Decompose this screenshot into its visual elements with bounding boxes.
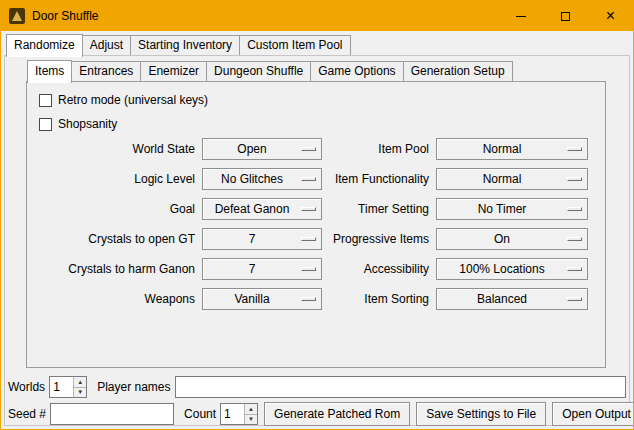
- checkbox-label: Shopsanity: [58, 117, 117, 131]
- dropdown-indicator-icon: [301, 147, 316, 151]
- dropdown-indicator-icon: [567, 267, 582, 271]
- dropdown-value: Open: [203, 142, 301, 156]
- setting-label: Crystals to harm Ganon: [37, 258, 195, 280]
- tab-generation-setup[interactable]: Generation Setup: [403, 61, 513, 81]
- items-tab-pane: Retro mode (universal keys) Shopsanity W…: [26, 81, 606, 368]
- spin-down-button[interactable]: ▼: [245, 414, 257, 425]
- window-content: Randomize Adjust Starting Inventory Cust…: [1, 31, 633, 429]
- count-value: 1: [221, 404, 244, 424]
- player-names-label: Player names: [97, 380, 170, 394]
- generate-rom-button[interactable]: Generate Patched Rom: [264, 402, 410, 426]
- maximize-icon: [561, 12, 570, 21]
- setting-label: Item Functionality: [329, 168, 429, 190]
- tab-game-options[interactable]: Game Options: [310, 61, 403, 81]
- dropdown-value: 7: [203, 262, 301, 276]
- dropdown-indicator-icon: [567, 177, 582, 181]
- dropdown-timer-setting[interactable]: No Timer: [436, 198, 588, 220]
- dropdown-goal[interactable]: Defeat Ganon: [202, 198, 322, 220]
- seed-label: Seed #: [8, 407, 46, 421]
- checkbox-shopsanity[interactable]: Shopsanity: [39, 114, 605, 134]
- dropdown-indicator-icon: [567, 237, 582, 241]
- spin-down-icon: ▼: [248, 416, 254, 422]
- inner-tab-bar: Items Entrances Enemizer Dungeon Shuffle…: [27, 60, 513, 81]
- setting-label: Weapons: [37, 288, 195, 310]
- dropdown-indicator-icon: [567, 147, 582, 151]
- setting-label: Logic Level: [37, 168, 195, 190]
- dropdown-progressive-items[interactable]: On: [436, 228, 588, 250]
- dropdown-indicator-icon: [301, 237, 316, 241]
- settings-grid: World State Open Item Pool Normal Logic …: [37, 138, 598, 310]
- dropdown-crystals-harm-ganon[interactable]: 7: [202, 258, 322, 280]
- titlebar: Door Shuffle ×: [1, 1, 633, 31]
- dropdown-value: No Timer: [437, 202, 567, 216]
- setting-label: Item Pool: [329, 138, 429, 160]
- tab-adjust[interactable]: Adjust: [82, 35, 131, 55]
- spin-down-icon: ▼: [77, 389, 83, 395]
- spinner-arrows: ▲ ▼: [244, 404, 257, 424]
- dropdown-value: No Glitches: [203, 172, 301, 186]
- checkbox-label: Retro mode (universal keys): [58, 93, 208, 107]
- dropdown-value: Balanced: [437, 292, 567, 306]
- tab-starting-inventory[interactable]: Starting Inventory: [130, 35, 240, 55]
- tab-entrances[interactable]: Entrances: [71, 61, 141, 81]
- tab-randomize[interactable]: Randomize: [6, 34, 83, 57]
- close-icon: ×: [606, 8, 615, 24]
- worlds-row: Worlds 1 ▲ ▼ Player names: [8, 376, 626, 398]
- save-settings-button[interactable]: Save Settings to File: [416, 402, 546, 426]
- dropdown-item-sorting[interactable]: Balanced: [436, 288, 588, 310]
- spin-up-icon: ▲: [77, 379, 83, 385]
- seed-row: Seed # Count 1 ▲ ▼ Generate Patched Rom …: [8, 402, 626, 426]
- count-label: Count: [184, 407, 216, 421]
- checkbox-retro-mode[interactable]: Retro mode (universal keys): [39, 90, 605, 110]
- worlds-spinbox[interactable]: 1 ▲ ▼: [49, 376, 87, 398]
- setting-label: Accessibility: [329, 258, 429, 280]
- setting-label: Timer Setting: [329, 198, 429, 220]
- spin-down-button[interactable]: ▼: [74, 387, 86, 398]
- dropdown-world-state[interactable]: Open: [202, 138, 322, 160]
- dropdown-logic-level[interactable]: No Glitches: [202, 168, 322, 190]
- setting-label: World State: [37, 138, 195, 160]
- tab-dungeon-shuffle[interactable]: Dungeon Shuffle: [206, 61, 311, 81]
- dropdown-indicator-icon: [567, 297, 582, 301]
- dropdown-value: Normal: [437, 142, 567, 156]
- checkbox-icon[interactable]: [39, 94, 52, 107]
- dropdown-value: 100% Locations: [437, 262, 567, 276]
- minimize-icon: [516, 16, 526, 17]
- setting-label: Item Sorting: [329, 288, 429, 310]
- dropdown-indicator-icon: [301, 267, 316, 271]
- setting-label: Progressive Items: [329, 228, 429, 250]
- maximize-button[interactable]: [543, 1, 588, 31]
- dropdown-indicator-icon: [301, 207, 316, 211]
- tab-items[interactable]: Items: [27, 60, 72, 83]
- checkbox-icon[interactable]: [39, 118, 52, 131]
- window-title: Door Shuffle: [32, 9, 498, 23]
- spin-up-icon: ▲: [248, 406, 254, 412]
- spin-up-button[interactable]: ▲: [245, 404, 257, 414]
- worlds-value: 1: [50, 377, 73, 397]
- window: Door Shuffle × Randomize Adjust Starting…: [0, 0, 634, 430]
- dropdown-indicator-icon: [567, 207, 582, 211]
- dropdown-indicator-icon: [301, 297, 316, 301]
- dropdown-item-functionality[interactable]: Normal: [436, 168, 588, 190]
- dropdown-value: Vanilla: [203, 292, 301, 306]
- worlds-label: Worlds: [8, 380, 45, 394]
- dropdown-weapons[interactable]: Vanilla: [202, 288, 322, 310]
- open-output-button[interactable]: Open Output Directory: [552, 402, 634, 426]
- count-spinbox[interactable]: 1 ▲ ▼: [220, 403, 258, 425]
- setting-label: Goal: [37, 198, 195, 220]
- app-icon: [9, 8, 25, 24]
- dropdown-accessibility[interactable]: 100% Locations: [436, 258, 588, 280]
- dropdown-crystals-open-gt[interactable]: 7: [202, 228, 322, 250]
- dropdown-value: Normal: [437, 172, 567, 186]
- player-names-input[interactable]: [175, 376, 627, 398]
- tab-custom-item-pool[interactable]: Custom Item Pool: [239, 35, 350, 55]
- setting-label: Crystals to open GT: [37, 228, 195, 250]
- tab-enemizer[interactable]: Enemizer: [140, 61, 207, 81]
- close-button[interactable]: ×: [588, 1, 633, 31]
- seed-input[interactable]: [50, 403, 174, 425]
- dropdown-indicator-icon: [301, 177, 316, 181]
- dropdown-value: 7: [203, 232, 301, 246]
- dropdown-item-pool[interactable]: Normal: [436, 138, 588, 160]
- spin-up-button[interactable]: ▲: [74, 377, 86, 387]
- minimize-button[interactable]: [498, 1, 543, 31]
